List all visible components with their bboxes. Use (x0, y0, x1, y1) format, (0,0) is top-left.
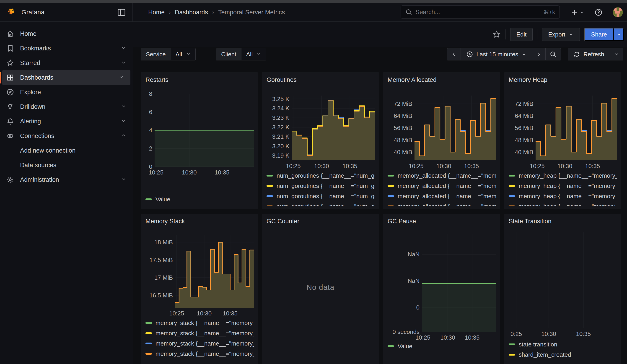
no-data-message: No data (262, 283, 379, 292)
time-controls: Last 15 minutes Refresh (447, 48, 623, 60)
x-axis: 10:2510:3010:35 (536, 163, 617, 170)
legend-item[interactable]: memory_stack {__name__="memory_s (146, 340, 254, 347)
panel-title[interactable]: Memory Heap (509, 76, 547, 84)
filter-value-dropdown[interactable]: All (241, 48, 266, 60)
panel-title[interactable]: GC Counter (266, 218, 299, 225)
legend-item[interactable]: memory_heap {__name__="memory_h (509, 203, 617, 206)
panel-goroutines: Goroutines3.25 K3.24 K3.23 K3.22 K3.21 K… (262, 73, 379, 209)
sidebar-item-dashboards[interactable]: Dashboards (2, 70, 130, 85)
panel-title[interactable]: Restarts (146, 76, 168, 84)
panel-title[interactable]: Goroutines (266, 76, 297, 84)
sidebar-item-bookmarks[interactable]: Bookmarks (0, 41, 133, 56)
breadcrumb-item: Temporal Server Metrics (218, 9, 285, 16)
add-button[interactable] (571, 9, 584, 16)
legend: memory_allocated {__name__="memomemory_a… (388, 172, 496, 206)
panel-title[interactable]: GC Pause (388, 218, 416, 225)
chevron-down-icon (522, 52, 526, 57)
grafana-logo-icon (6, 8, 15, 17)
legend-item[interactable]: memory_stack {__name__="memory_s (146, 330, 254, 337)
breadcrumb-separator: › (212, 9, 214, 16)
legend-swatch (146, 322, 152, 324)
legend-item[interactable]: memory_allocated {__name__="memo (388, 172, 496, 179)
y-axis-label: 16.5 MiB (149, 292, 173, 299)
search-input[interactable]: Search... ⌘+k (401, 5, 560, 19)
export-button[interactable]: Export (542, 28, 579, 41)
clock-icon (466, 51, 473, 58)
legend-item[interactable]: memory_allocated {__name__="memo (388, 203, 496, 206)
legend-item[interactable]: memory_allocated {__name__="memo (388, 193, 496, 200)
help-button[interactable] (594, 8, 603, 16)
panel-title[interactable]: Memory Stack (146, 218, 185, 225)
legend-item[interactable]: num_goroutines {__name__="num_go (266, 193, 375, 200)
edit-button[interactable]: Edit (510, 28, 533, 41)
time-back-button[interactable] (447, 48, 461, 60)
sidebar-item-explore[interactable]: Explore (0, 85, 133, 100)
legend-item[interactable]: memory_heap {__name__="memory_h (509, 172, 617, 179)
legend-item[interactable]: num_goroutines {__name__="num_go (266, 203, 375, 206)
legend-item[interactable]: memory_stack {__name__="memory_s (146, 350, 254, 357)
panel-title[interactable]: Memory Allocated (388, 76, 437, 84)
y-axis-label: 64 MiB (394, 112, 412, 119)
zoom-out-button[interactable] (546, 48, 561, 60)
x-axis-label: 10:25 (530, 163, 545, 170)
sidebar-item-add-new-connection[interactable]: Add new connection (0, 143, 133, 158)
legend-label: memory_allocated {__name__="memo (398, 172, 496, 179)
filter-value-dropdown[interactable]: All (171, 48, 195, 60)
chevron-down-icon (121, 118, 126, 124)
legend-item[interactable]: num_goroutines {__name__="num_go (266, 182, 375, 189)
avatar[interactable] (613, 7, 623, 17)
legend-item[interactable]: memory_heap {__name__="memory_h (509, 193, 617, 200)
legend-label: Value (156, 196, 170, 203)
x-axis: 10:2510:3010:35 (292, 163, 375, 170)
legend-swatch (146, 343, 152, 344)
breadcrumb-item[interactable]: Home (148, 9, 165, 16)
time-range-picker[interactable]: Last 15 minutes (461, 48, 532, 60)
refresh-interval-button[interactable] (610, 48, 623, 60)
bell-icon (6, 117, 14, 125)
share-menu-button[interactable] (614, 28, 624, 41)
legend-swatch (509, 354, 515, 356)
legend-swatch (388, 175, 394, 177)
legend-item[interactable]: Value (388, 343, 496, 350)
refresh-icon (574, 51, 580, 58)
legend: Value (388, 343, 496, 356)
sidebar-item-administration[interactable]: Administration (0, 172, 133, 187)
legend-label: memory_stack {__name__="memory_s (156, 330, 254, 337)
star-button[interactable] (492, 30, 501, 39)
chevron-down-icon (121, 104, 126, 110)
sidebar-item-alerting[interactable]: Alerting (0, 114, 133, 129)
refresh-button[interactable]: Refresh (568, 48, 610, 60)
share-button[interactable]: Share (584, 28, 614, 41)
dashboard-toolbar: Edit Export Share (133, 22, 627, 47)
sidebar-item-connections[interactable]: Connections (0, 129, 133, 143)
time-forward-button[interactable] (532, 48, 546, 60)
legend-item[interactable]: Value (146, 196, 254, 203)
x-axis-label: 10:30 (541, 330, 556, 338)
sidebar-item-home[interactable]: Home (0, 26, 133, 41)
x-axis-label: 10:35 (342, 163, 357, 170)
legend-item[interactable]: memory_allocated {__name__="memo (388, 182, 496, 189)
panel-memory-stack: Memory Stack18 MiB17.5 MiB17 MiB16.5 MiB… (141, 214, 258, 364)
y-axis-label: 72 MiB (515, 100, 533, 107)
legend-item[interactable]: memory_heap {__name__="memory_h (509, 182, 617, 189)
sidebar-item-drilldown[interactable]: Drilldown (0, 100, 133, 114)
breadcrumb-item[interactable]: Dashboards (175, 9, 208, 16)
legend-label: memory_allocated {__name__="memo (398, 203, 496, 206)
search-placeholder: Search... (416, 9, 544, 16)
sidebar-toggle-icon[interactable] (117, 8, 126, 16)
chevron-down-icon (186, 51, 191, 58)
divider (608, 7, 608, 17)
legend-swatch (388, 185, 394, 187)
legend-item[interactable]: state transition (509, 341, 617, 348)
x-axis-label: 0:25 (511, 330, 522, 338)
legend-item[interactable]: shard_item_created (509, 351, 617, 358)
legend-swatch (146, 332, 152, 334)
panel-title[interactable]: State Transition (509, 218, 552, 225)
sidebar-item-starred[interactable]: Starred (0, 56, 133, 70)
legend-item[interactable]: num_goroutines {__name__="num_go (266, 172, 375, 179)
y-axis-label: 48 MiB (394, 137, 412, 144)
legend-item[interactable]: memory_stack {__name__="memory_s (146, 319, 254, 326)
legend-label: memory_stack {__name__="memory_s (156, 350, 254, 357)
sidebar-item-data-sources[interactable]: Data sources (0, 158, 133, 172)
app-name: Grafana (21, 9, 45, 16)
